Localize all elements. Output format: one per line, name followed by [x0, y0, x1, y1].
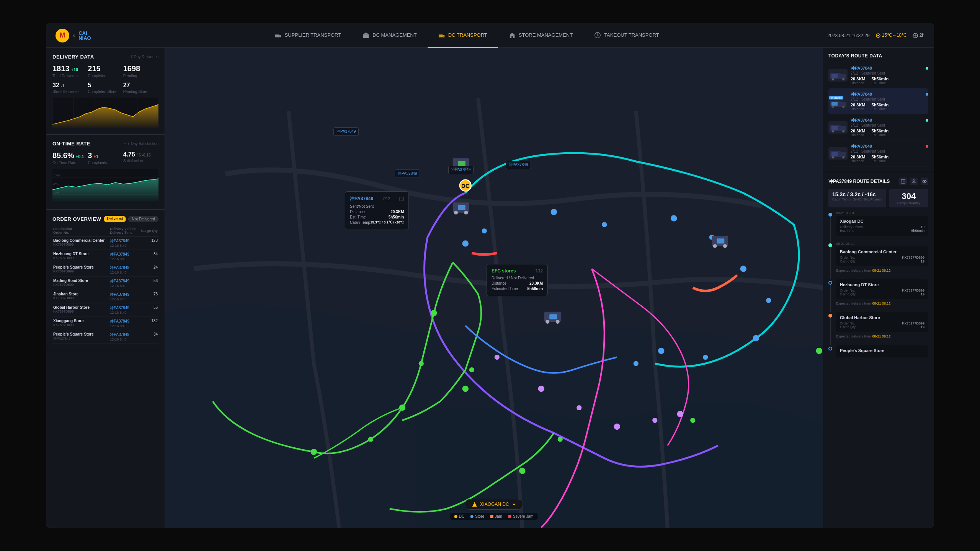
on-time-section: ON-TIME RATE ··· 7-Day Satisfaction 85.6… [46, 135, 165, 210]
on-time-metrics: 85.6% +0.1 On-Time Rate 3 +1 Complaints [52, 151, 158, 165]
tab-store-management-label: STORE MANAGEMENT [519, 32, 573, 38]
legend-severe-jam: Severe Jam [508, 514, 533, 518]
table-row[interactable]: Baolong Commercial Center KX7897D899 冲PA… [52, 236, 158, 250]
cainiao-logo: CAI NIAO [78, 31, 91, 41]
warehouse-icon [363, 32, 369, 39]
table-row[interactable]: Hezhuang DT Store KX7897D899 冲PA37849 12… [52, 250, 158, 263]
popup-expand-icon[interactable] [399, 197, 404, 201]
legend-store: Store [470, 514, 484, 518]
route-card-3[interactable]: 冲PA37849 7/12 Sent/Not Sent 20.3KM Dista… [828, 114, 928, 140]
temperature-badge: 15℃～18℃ [876, 32, 907, 39]
on-time-chart: 100% 60% 40% [52, 169, 158, 203]
svg-point-102 [832, 130, 834, 132]
timeline-line-3 [830, 318, 831, 345]
stop-1-expected: Expected delivery time 08-21 06:12 [836, 267, 928, 274]
total-deliveries-delta: +10 [71, 67, 78, 72]
header-right: 2023.08.21 16:32:29 15℃～18℃ 2h [827, 32, 924, 39]
total-deliveries-label: Total Deliveries [52, 74, 88, 78]
route-card-2[interactable]: In Transit 冲PA37849 7/12 Sent/Not Sent 2… [828, 88, 928, 114]
metric-on-time-rate: 85.6% +0.1 On-Time Rate [52, 151, 88, 165]
svg-point-41 [766, 298, 771, 303]
svg-point-15 [877, 35, 879, 36]
metric-store-deliveries: 32 -1 Store Deliveries [52, 82, 88, 94]
stop-1-name: Baolong Commercial Center [840, 249, 924, 254]
route-details-header: 冲PA37849 ROUTE DETAILS [828, 178, 928, 185]
temp-info-row: 15.3c / 3.2c / -16c Cabin Temp (Dry/Chil… [828, 189, 928, 207]
svg-rect-106 [831, 152, 838, 156]
chevron-down-icon [512, 502, 516, 506]
delivery-metrics-top: 1813 +10 Total Deliveries 215 Completed [52, 64, 158, 78]
on-time-rate-value: 85.6% [52, 151, 74, 160]
tab-dc-management[interactable]: DC MANAGEMENT [352, 23, 428, 48]
route-2-vehicle: 冲PA37849 [851, 91, 872, 97]
cabin-temp-label: Cabin Temp (Dry/Chilled/Frozen) [832, 197, 882, 201]
tab-store-management[interactable]: STORE MANAGEMENT [498, 23, 583, 48]
legend-jam: Jam [490, 514, 502, 518]
svg-point-42 [753, 335, 760, 342]
route-card-1[interactable]: 冲PA37849 7/12 Sent/Not Sent 20.3KM Dista… [828, 62, 928, 88]
dc-selector[interactable]: XIAOGAN DC [464, 499, 523, 510]
table-row[interactable]: Xianggang Store KX7897D899 冲PA37849 12-1… [52, 317, 158, 330]
right-sidebar: TODAY'S ROUTE DATA 冲PA37849 7/12 Sent/No… [823, 48, 934, 528]
table-row[interactable]: Mading Road Store KX7897D899 冲PA37849 12… [52, 277, 158, 290]
route-2-date: 7/12 Sent/Not Sent [851, 97, 928, 101]
timeline-dot-0 [828, 213, 832, 217]
table-row[interactable]: Jinshan Store KX7897D899 冲PA37849 12-16 … [52, 290, 158, 303]
popup-efc-name: EFC stores [492, 268, 516, 274]
svg-point-51 [469, 367, 474, 372]
main-content: DELIVERY DATA ··· 7-Day Deliveries 1813 … [46, 48, 934, 528]
svg-point-57 [495, 355, 500, 360]
completed-store-label: Completed Store [88, 90, 123, 94]
svg-point-111 [843, 156, 844, 158]
svg-rect-92 [831, 102, 838, 106]
satisfaction-value: 4.75 [123, 151, 135, 158]
map-area: DC 冲PA37849 冲PA37849 冲PA37849 冲PA37849 冲… [165, 48, 823, 528]
timeline-stop-2: Hezhuang DT Store Order No. KX78977D899 … [836, 279, 928, 312]
stop-1-arrival: 08-21 05:42 [836, 242, 928, 246]
takeout-icon [594, 32, 601, 39]
cabin-temp-value: 15.3c / 3.2c / -16c [832, 191, 882, 197]
route-1-status [926, 67, 928, 70]
store-deliveries-value: 32 [52, 82, 59, 89]
col-cargo: Cargo Qty [139, 225, 158, 236]
pending-label: Pending [123, 74, 158, 78]
svg-point-73 [713, 244, 717, 248]
table-row[interactable]: People's Square Store 冲PA37849 冲PA37849 … [52, 330, 158, 344]
tab-takeout-transport[interactable]: TAKEOUT TRANSPORT [583, 23, 670, 48]
stop-2-name: Hezhuang DT Store [840, 282, 924, 287]
svg-rect-4 [363, 34, 369, 38]
route-card-4[interactable]: 冲PA37849 7/12 Sent/Not Sent 20.3KM Dista… [828, 140, 928, 166]
svg-point-61 [652, 418, 657, 423]
timeline-line-1 [830, 247, 831, 279]
datetime-display: 2023.08.21 16:32:29 [827, 33, 869, 38]
stop-0-time: 08-21 05:01 [836, 211, 928, 215]
export-icon[interactable] [899, 178, 907, 185]
eye-icon[interactable] [921, 178, 928, 185]
on-time-section-header: ON-TIME RATE ··· 7-Day Satisfaction [52, 141, 158, 147]
temp-value: 15℃～18℃ [882, 32, 907, 39]
svg-point-116 [924, 181, 925, 182]
badge-delivered[interactable]: Delivered [104, 216, 126, 222]
stop-3-name: Global Harbor Store [840, 315, 924, 320]
route-1-vehicle: 冲PA37849 [851, 65, 872, 71]
popup-efc-date: 7/12 [536, 269, 543, 273]
table-row[interactable]: People's Square Store KX7897D899 冲PA3784… [52, 263, 158, 277]
table-row[interactable]: Global Harbor Store KX7897D899 冲PA37849 … [52, 303, 158, 317]
map-label-2: 冲PA37849 [395, 170, 420, 178]
svg-point-59 [577, 405, 581, 410]
tab-dc-transport[interactable]: DC TRANSPORT [428, 23, 498, 48]
logo-separator: × [72, 33, 75, 39]
col-vehicle: Delivery VehicleDelivery Time [109, 225, 139, 236]
person-icon[interactable] [910, 178, 918, 185]
badge-not-delivered[interactable]: Not Delivered [128, 216, 158, 222]
svg-point-3 [279, 36, 281, 38]
timeline-stop-0: 08-21 05:01 Xiaogan DC Delivery Points 1… [836, 211, 928, 242]
svg-point-35 [482, 228, 487, 233]
svg-rect-76 [458, 161, 466, 166]
svg-point-69 [546, 320, 549, 324]
tab-supplier-transport[interactable]: SUPPLIER TRANSPORT [264, 23, 352, 48]
svg-point-43 [703, 355, 708, 360]
stop-3-expected: Expected delivery time 08-21 06:12 [836, 333, 928, 340]
map-bottom-bar: XIAOGAN DC DC Store Jam [450, 499, 538, 520]
route-4-date: 7/12 Sent/Not Sent [851, 149, 928, 153]
